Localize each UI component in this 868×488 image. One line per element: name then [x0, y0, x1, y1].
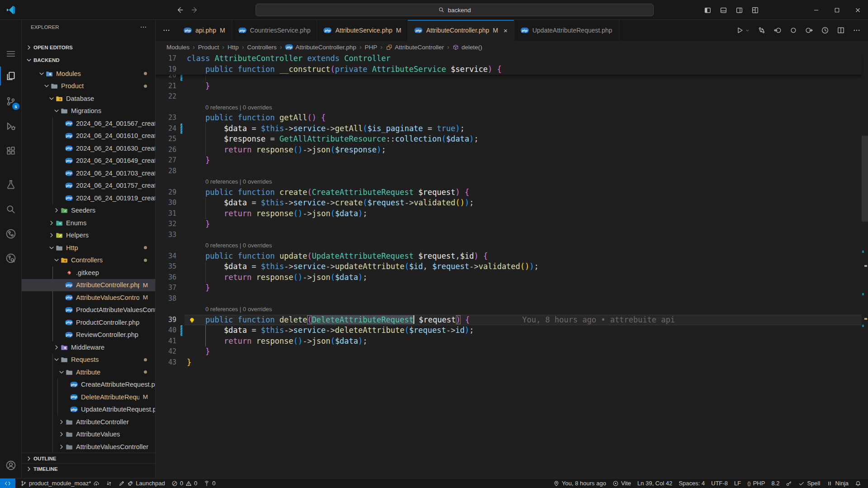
line-number[interactable]: 17 — [156, 53, 187, 64]
breadcrumb-modules[interactable]: Modules — [166, 44, 190, 51]
code-line-42[interactable]: 42 } — [156, 346, 862, 357]
status-encoding[interactable]: UTF-8 — [708, 479, 731, 488]
tree-item-modules[interactable]: Modules — [22, 67, 155, 80]
line-number[interactable]: 25 — [156, 134, 187, 145]
breadcrumb-attributecontroller-php[interactable]: phpAttributeController.php — [285, 44, 356, 51]
code-line-35[interactable]: 35 $data = $this->service->updateAttribu… — [156, 261, 862, 272]
editor-scrollbar[interactable] — [862, 53, 868, 478]
tree-item-reviewcontroller-php[interactable]: phpReviewController.php — [22, 329, 155, 341]
toggle-layout-icon[interactable] — [751, 6, 759, 14]
status-cursor-position[interactable]: Ln 39, Col 42 — [634, 479, 675, 488]
tab-updateattributerequest-php[interactable]: phpUpdateAttributeRequest.php — [514, 20, 619, 41]
tree-item-2024-06-24-001703-create-prod-[interactable]: php2024_06_24_001703_create_prod... — [22, 167, 155, 180]
line-number[interactable]: 23 — [156, 113, 187, 123]
tab-attributeservice-php[interactable]: phpAttributeService.phpM — [317, 20, 408, 41]
run-icon[interactable] — [736, 26, 750, 34]
line-number[interactable]: 27 — [156, 155, 187, 166]
status-ninja[interactable]: Ninja — [823, 479, 852, 488]
code-line-24[interactable]: 24 $data = $this->service->getAll($is_pa… — [156, 123, 862, 134]
line-number[interactable]: 38 — [156, 294, 187, 304]
tree-item-attributevaluescontroller[interactable]: AttributeValuesController — [22, 441, 155, 453]
line-number[interactable]: 39 — [156, 315, 187, 326]
section-timeline[interactable]: TIMELINE — [22, 463, 155, 474]
chevron-down-icon[interactable] — [53, 107, 60, 114]
code-line-17[interactable]: 17class AttributeController extends Cont… — [156, 53, 862, 64]
code-line-40[interactable]: 40 $data = $this->service->deleteAttribu… — [156, 325, 862, 336]
tree-item-createattributerequest-php[interactable]: phpCreateAttributeRequest.php — [22, 379, 155, 391]
line-number[interactable]: 26 — [156, 145, 187, 156]
code-line-38[interactable]: 38 — [156, 294, 862, 304]
activity-source-control-icon[interactable]: 5 — [0, 94, 22, 109]
chevron-down-icon[interactable] — [58, 369, 65, 376]
status-branch-sync[interactable] — [103, 479, 115, 488]
file-history-icon[interactable] — [821, 26, 829, 34]
section-backend[interactable]: BACKEND — [22, 54, 155, 66]
previous-change-icon[interactable] — [773, 26, 782, 34]
status-blame[interactable]: You, 8 hours ago — [550, 479, 609, 488]
code-line-43[interactable]: 43} — [156, 357, 862, 368]
codelens[interactable]: 0 references | 0 overrides — [156, 240, 862, 251]
chevron-down-icon[interactable] — [38, 70, 45, 77]
activity-extensions-icon[interactable] — [0, 143, 22, 159]
code-line-33[interactable]: 33 — [156, 230, 862, 241]
line-number[interactable]: 19 — [156, 64, 187, 75]
line-number[interactable]: 33 — [156, 230, 187, 241]
line-number[interactable]: 21 — [156, 81, 187, 92]
toggle-panel-right-icon[interactable] — [735, 6, 743, 14]
tree-item-product[interactable]: Product — [22, 80, 155, 93]
code-line-37[interactable]: 37 } — [156, 283, 862, 294]
code-line-21[interactable]: 21 } — [156, 81, 862, 92]
activity-git-graph-icon[interactable] — [0, 226, 22, 242]
tree-item-attributecontroller-php[interactable]: phpAttributeController.phpM — [22, 279, 155, 292]
code-line-29[interactable]: 29 public function create(CreateAttribut… — [156, 187, 862, 198]
tree-item-2024-06-24-001757-create-prod-[interactable]: php2024_06_24_001757_create_prod... — [22, 180, 155, 192]
split-editor-icon[interactable] — [837, 26, 845, 34]
line-number[interactable]: 40 — [156, 325, 187, 336]
command-center-search[interactable]: backend — [256, 4, 654, 16]
tree-item-attributevalues[interactable]: AttributeValues — [22, 428, 155, 441]
line-number[interactable]: 37 — [156, 283, 187, 294]
line-number[interactable]: 42 — [156, 346, 187, 357]
tree-item-migrations[interactable]: Migrations — [22, 105, 155, 118]
tree-item-attributevaluescontroller-p-[interactable]: phpAttributeValuesController.p...M — [22, 291, 155, 304]
tree-item-2024-06-24-001649-create-attri-[interactable]: php2024_06_24_001649_create_attri... — [22, 155, 155, 167]
code-line-31[interactable]: 31 return response()->json($data); — [156, 208, 862, 219]
tree-item-2024-06-24-001919-create-revie-[interactable]: php2024_06_24_001919_create_revie... — [22, 192, 155, 204]
chevron-down-icon[interactable] — [53, 356, 60, 363]
line-number[interactable]: 24 — [156, 123, 187, 134]
chevron-right-icon[interactable] — [48, 232, 55, 239]
code-line-22[interactable]: 22 — [156, 91, 862, 102]
toggle-panel-bottom-icon[interactable] — [720, 6, 727, 14]
explorer-more-actions-icon[interactable] — [140, 24, 147, 31]
code-line-19[interactable]: 19 public function __construct(private A… — [156, 64, 862, 75]
code-line-25[interactable]: 25 $response = GetAllAttributeResource::… — [156, 134, 862, 145]
line-number[interactable]: 34 — [156, 251, 187, 262]
chevron-down-icon[interactable] — [48, 95, 55, 102]
tree-item-helpers[interactable]: Helpers — [22, 229, 155, 242]
chevron-right-icon[interactable] — [53, 344, 60, 351]
status-remote[interactable] — [0, 479, 15, 488]
breadcrumb-product[interactable]: Product — [198, 44, 219, 51]
activity-search-icon[interactable] — [0, 202, 22, 217]
line-number[interactable]: 29 — [156, 187, 187, 198]
section-outline[interactable]: OUTLINE — [22, 453, 155, 464]
line-number[interactable]: 41 — [156, 336, 187, 347]
line-number[interactable]: 36 — [156, 272, 187, 283]
tree-item-updateattributerequest-php[interactable]: phpUpdateAttributeRequest.php — [22, 403, 155, 416]
tree-item-http[interactable]: Http — [22, 242, 155, 254]
status-intelephense-key[interactable] — [783, 479, 795, 488]
tree-item-requests[interactable]: Requests — [22, 354, 155, 366]
codelens[interactable]: 0 references | 0 overrides — [156, 304, 862, 315]
toggle-panel-left-icon[interactable] — [704, 6, 711, 14]
line-number[interactable]: 35 — [156, 261, 187, 272]
section-open-editors[interactable]: OPEN EDITORS — [22, 42, 155, 53]
breadcrumb-controllers[interactable]: Controllers — [247, 44, 276, 51]
tab-attributecontroller-php[interactable]: phpAttributeController.phpM× — [408, 20, 514, 41]
activity-account-icon[interactable] — [0, 458, 22, 473]
status-spell-checker[interactable]: Spell — [795, 479, 823, 488]
tree-item-controllers[interactable]: Controllers — [22, 254, 155, 267]
chevron-down-icon[interactable] — [48, 244, 55, 251]
git-compare-icon[interactable] — [758, 26, 766, 34]
close-tab-icon[interactable]: × — [503, 27, 508, 34]
chevron-right-icon[interactable] — [58, 418, 65, 426]
